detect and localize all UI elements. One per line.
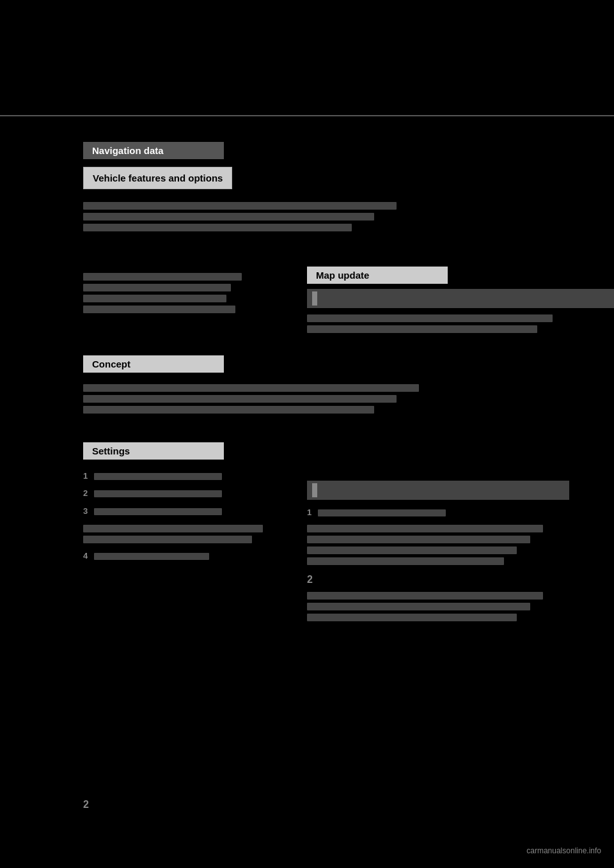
map-update-right-col: Map update [294, 267, 614, 336]
right-item-1: 1 [307, 505, 569, 520]
body-text-4 [83, 273, 242, 281]
settings-num-4: 4 [83, 551, 88, 561]
body-text-5 [83, 284, 231, 291]
page-number-bottom-left: 2 [83, 793, 89, 817]
page-number-right: 2 [307, 574, 569, 585]
horizontal-divider [0, 115, 614, 116]
map-update-left-col [0, 267, 294, 336]
settings-bar-accent [312, 483, 317, 497]
right-desc-4 [307, 557, 504, 565]
map-update-label: Map update [307, 267, 448, 284]
page-num-left: 2 [83, 799, 89, 810]
settings-text-3 [94, 508, 222, 515]
concept-section: Concept [0, 349, 614, 423]
right-desc-5 [307, 592, 543, 600]
settings-row: Settings 1 2 3 4 [0, 442, 614, 624]
settings-label: Settings [83, 442, 224, 460]
settings-num-3: 3 [83, 506, 88, 516]
vehicle-features-box: Vehicle features and options [83, 167, 232, 189]
settings-text-4 [94, 553, 209, 560]
nav-data-section: Navigation data Vehicle features and opt… [0, 129, 614, 247]
settings-text-2 [94, 490, 222, 497]
map-body-text-2 [307, 325, 537, 333]
map-update-row: Map update [0, 267, 614, 336]
right-desc-3 [307, 546, 517, 554]
nav-data-label: Navigation data [83, 142, 224, 159]
settings-item-4: 4 [83, 548, 294, 563]
settings-left-col: Settings 1 2 3 4 [83, 442, 294, 624]
settings-desc-2 [83, 536, 252, 543]
body-text-7 [83, 306, 235, 313]
settings-desc-1 [83, 525, 263, 532]
right-text-1 [318, 509, 446, 516]
right-num-1: 1 [307, 508, 311, 517]
settings-item-3: 3 [83, 504, 294, 518]
settings-dark-bar [307, 481, 569, 500]
settings-num-2: 2 [83, 488, 88, 498]
watermark: carmanualsonline.info [526, 846, 601, 855]
right-desc-6 [307, 603, 530, 610]
settings-right-col: 1 2 [294, 442, 569, 624]
page: Navigation data Vehicle features and opt… [0, 0, 614, 868]
settings-item-2: 2 [83, 486, 294, 500]
map-update-bar [307, 289, 614, 308]
right-desc-2 [307, 536, 530, 543]
settings-num-1: 1 [83, 471, 88, 481]
bar-accent [312, 291, 317, 306]
settings-text-1 [94, 473, 222, 480]
body-text-2 [83, 213, 374, 221]
concept-label: Concept [83, 355, 224, 373]
body-text-1 [83, 202, 397, 210]
concept-text-1 [83, 384, 419, 392]
settings-item-1: 1 [83, 469, 294, 483]
right-desc-1 [307, 525, 543, 532]
concept-text-2 [83, 395, 397, 403]
map-body-text-1 [307, 314, 553, 322]
concept-text-3 [83, 406, 374, 414]
right-desc-7 [307, 614, 517, 621]
body-text-3 [83, 224, 352, 231]
body-text-6 [83, 295, 226, 302]
